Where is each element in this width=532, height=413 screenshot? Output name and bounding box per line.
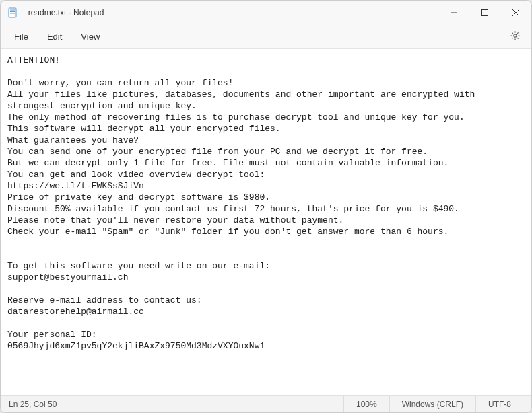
text-line: ATTENTION!: [7, 55, 60, 65]
text-line: Discount 50% available if you contact us…: [7, 204, 459, 214]
menubar: File Edit View: [1, 25, 531, 49]
window-controls: [438, 1, 531, 25]
titlebar: _readme.txt - Notepad: [1, 1, 531, 25]
text-line: The only method of recovering files is t…: [7, 112, 465, 122]
svg-point-9: [514, 34, 517, 36]
text-line: Please note that you'll never restore yo…: [7, 215, 343, 225]
window-title: _readme.txt - Notepad: [24, 8, 438, 17]
menu-edit[interactable]: Edit: [39, 28, 70, 46]
text-line: support@bestyourmail.ch: [7, 272, 128, 283]
status-position: Ln 25, Col 50: [9, 400, 57, 409]
text-line: Check your e-mail "Spam" or "Junk" folde…: [7, 227, 448, 237]
text-line: Don't worry, you can return all your fil…: [7, 78, 233, 88]
status-lineending: Windows (CRLF): [389, 396, 475, 412]
text-line: 0569Jhyjd6xmZ1pv5qY2ekjliBAxZx9750Md3Mdz…: [7, 341, 265, 351]
text-line: Price of private key and decrypt softwar…: [7, 192, 270, 202]
status-encoding: UTF-8: [475, 396, 523, 412]
status-zoom[interactable]: 100%: [343, 396, 389, 412]
text-line: What guarantees you have?: [7, 135, 139, 145]
svg-rect-6: [482, 9, 488, 15]
settings-button[interactable]: [504, 26, 526, 48]
text-cursor: [265, 342, 265, 351]
gear-icon: [510, 30, 521, 44]
text-line: You can send one of your encrypted file …: [7, 147, 428, 157]
text-line: This software will decrypt all your encr…: [7, 124, 281, 134]
menu-file[interactable]: File: [6, 28, 36, 46]
notepad-icon: [7, 7, 18, 18]
text-line: You can get and look video overview decr…: [7, 170, 265, 180]
text-line: https://we.tl/t-EWKSsSJiVn: [7, 181, 144, 191]
text-line: Reserve e-mail address to contact us:: [7, 295, 202, 305]
text-line: datarestorehelp@airmail.cc: [7, 307, 144, 317]
maximize-icon: [481, 8, 488, 18]
maximize-button[interactable]: [469, 1, 500, 25]
text-line: But we can decrypt only 1 file for free.…: [7, 158, 448, 168]
statusbar: Ln 25, Col 50 100% Windows (CRLF) UTF-8: [1, 395, 531, 412]
menu-view[interactable]: View: [73, 28, 108, 46]
editor-area[interactable]: ATTENTION! Don't worry, you can return a…: [1, 49, 531, 395]
text-line: To get this software you need write on o…: [7, 261, 270, 271]
text-line: Your personal ID:: [7, 330, 97, 340]
minimize-button[interactable]: [438, 1, 469, 25]
minimize-icon: [451, 8, 457, 18]
close-button[interactable]: [500, 1, 531, 25]
notepad-window: _readme.txt - Notepad File Edit View: [0, 0, 532, 413]
text-line: All your files like pictures, databases,…: [7, 89, 480, 111]
svg-rect-0: [9, 8, 16, 17]
close-icon: [512, 8, 519, 18]
